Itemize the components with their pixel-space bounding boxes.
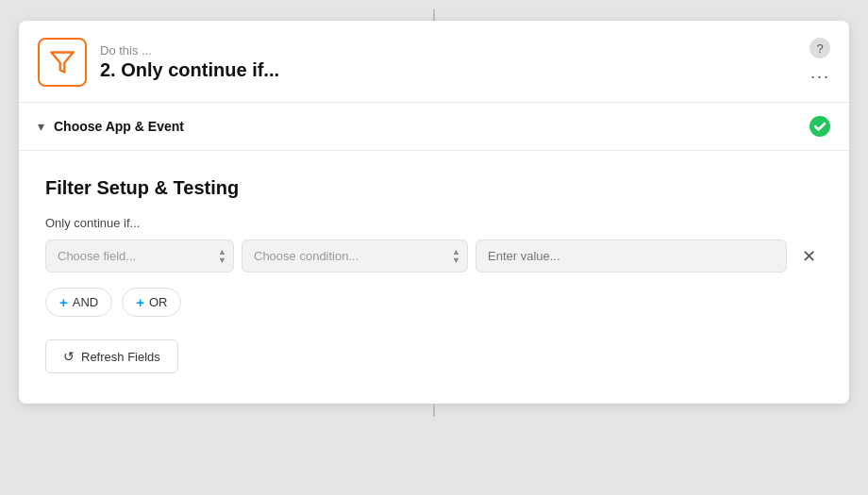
outer-wrapper: Do this ... 2. Only continue if... ? ···… (0, 9, 868, 417)
refresh-fields-button[interactable]: ↺ Refresh Fields (45, 339, 178, 373)
section-label: Choose App & Event (54, 119, 184, 134)
choose-app-event-section[interactable]: ▾ Choose App & Event (19, 103, 849, 151)
step-title: 2. Only continue if... (100, 59, 279, 81)
field-select[interactable]: Choose field... (45, 239, 234, 272)
step-icon (38, 38, 87, 87)
step-text: Do this ... 2. Only continue if... (100, 43, 279, 81)
content-title: Filter Setup & Testing (45, 177, 823, 199)
header-left: Do this ... 2. Only continue if... (38, 38, 279, 87)
or-plus-icon: + (136, 294, 144, 310)
connector-top (433, 9, 435, 21)
main-card: Do this ... 2. Only continue if... ? ···… (19, 21, 849, 404)
card-content: Filter Setup & Testing Only continue if.… (19, 151, 849, 404)
and-label: AND (73, 295, 98, 309)
filter-label: Only continue if... (45, 216, 823, 230)
card-header: Do this ... 2. Only continue if... ? ··· (19, 21, 849, 103)
condition-select[interactable]: Choose condition... (242, 239, 468, 272)
more-menu-button[interactable]: ··· (810, 68, 830, 85)
refresh-label: Refresh Fields (81, 350, 160, 364)
and-button[interactable]: + AND (45, 288, 112, 317)
section-row-left: ▾ Choose App & Event (38, 119, 184, 134)
filter-icon (49, 49, 75, 75)
or-button[interactable]: + OR (122, 288, 181, 317)
svg-marker-0 (51, 53, 73, 73)
logic-row: + AND + OR (45, 288, 823, 317)
check-circle-icon (810, 116, 830, 137)
condition-select-wrapper: Choose condition... ▲▼ (242, 239, 468, 272)
connector-bottom (433, 404, 435, 417)
field-select-wrapper: Choose field... ▲▼ (45, 239, 234, 272)
or-label: OR (149, 295, 168, 309)
header-right: ? ··· (810, 38, 830, 85)
value-input[interactable] (476, 239, 787, 272)
remove-filter-button[interactable]: ✕ (794, 242, 823, 271)
filter-row: Choose field... ▲▼ Choose condition... ▲… (45, 239, 823, 272)
step-subtitle: Do this ... (100, 43, 279, 58)
help-icon[interactable]: ? (810, 38, 830, 58)
chevron-down-icon: ▾ (38, 119, 44, 134)
refresh-icon: ↺ (63, 349, 75, 364)
and-plus-icon: + (59, 294, 68, 310)
checkmark-icon (813, 120, 826, 133)
